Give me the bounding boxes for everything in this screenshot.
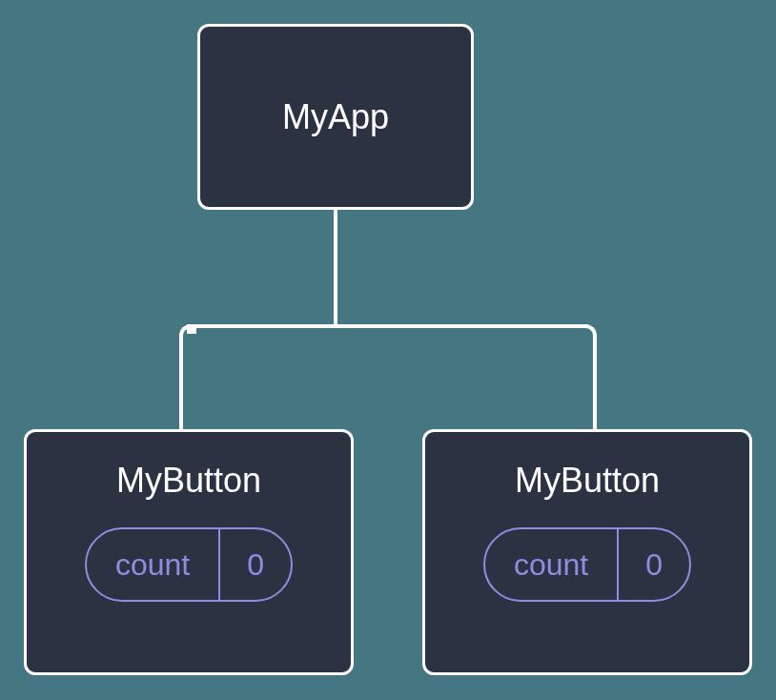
state-value: 0	[220, 529, 291, 600]
connector-line	[593, 340, 597, 431]
connector-line	[334, 210, 337, 324]
state-label: count	[485, 529, 619, 600]
state-value: 0	[619, 529, 689, 600]
child-component-title: MyButton	[515, 461, 660, 501]
connector-line	[179, 340, 183, 431]
root-component-node: MyApp	[197, 24, 474, 210]
child-component-title: MyButton	[116, 461, 261, 501]
state-pill: count 0	[85, 527, 293, 602]
state-label: count	[87, 529, 220, 600]
child-component-node: MyButton count 0	[24, 429, 354, 675]
connector-line	[187, 324, 589, 328]
root-component-title: MyApp	[282, 97, 389, 137]
child-component-node: MyButton count 0	[422, 429, 752, 675]
state-pill: count 0	[483, 527, 691, 602]
